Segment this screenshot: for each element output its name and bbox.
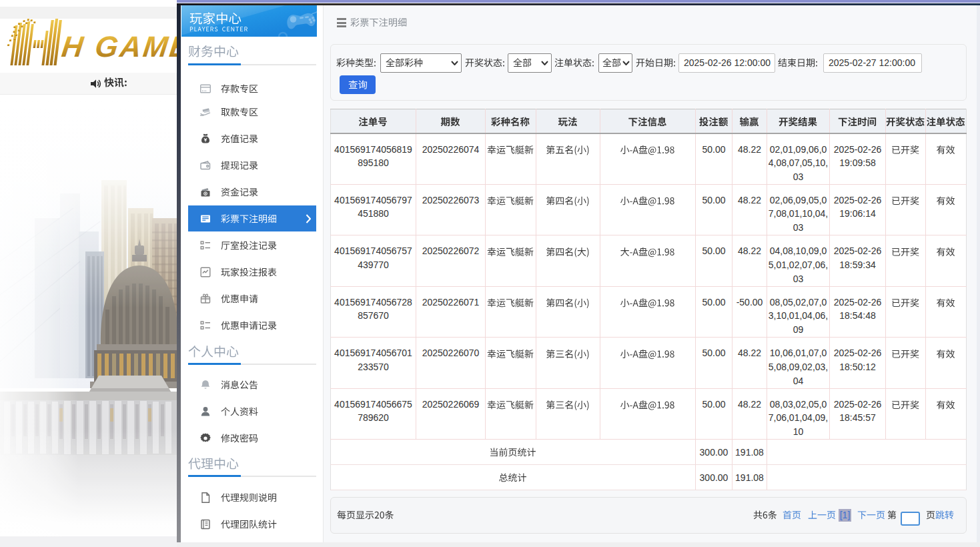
svg-text:H GAME: H GAME <box>60 30 177 63</box>
